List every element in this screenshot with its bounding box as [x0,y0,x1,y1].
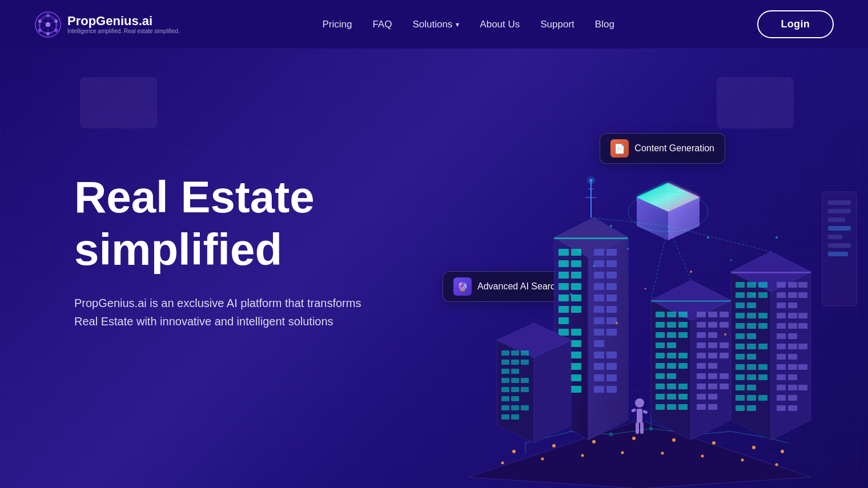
svg-rect-142 [678,404,688,410]
svg-rect-87 [606,272,617,279]
navbar: PropGenius.ai Intelligence amplified. Re… [0,0,868,49]
svg-rect-201 [758,292,767,298]
svg-rect-136 [678,384,688,389]
svg-rect-222 [758,374,767,380]
svg-rect-94 [594,317,604,324]
svg-rect-59 [558,260,569,267]
svg-rect-241 [777,323,786,329]
svg-rect-253 [798,364,807,370]
svg-rect-173 [511,350,519,356]
svg-rect-229 [747,405,756,411]
svg-point-291 [610,225,612,227]
svg-rect-83 [606,249,617,256]
svg-rect-252 [788,364,797,370]
svg-rect-250 [788,354,797,360]
svg-rect-82 [594,249,604,256]
nav-faq[interactable]: FAQ [372,19,392,30]
svg-rect-224 [747,385,756,390]
svg-point-44 [752,446,756,449]
decorative-rect-topleft [80,77,157,128]
nav-about[interactable]: About Us [480,19,520,30]
svg-point-38 [512,450,516,453]
svg-point-53 [775,463,778,466]
svg-point-41 [632,437,636,440]
svg-rect-279 [642,410,648,414]
svg-rect-289 [828,243,851,248]
nav-links: Pricing FAQ Solutions ▾ About Us Support… [322,19,614,30]
svg-rect-88 [594,283,604,290]
svg-point-299 [616,322,618,324]
svg-rect-186 [501,396,509,401]
svg-rect-192 [511,414,519,420]
svg-rect-184 [511,387,519,392]
svg-rect-124 [656,342,665,348]
svg-rect-227 [758,395,767,401]
svg-rect-282 [731,272,811,273]
svg-rect-221 [747,374,756,380]
svg-rect-196 [736,282,745,288]
nav-pricing[interactable]: Pricing [322,19,352,30]
svg-rect-287 [828,226,851,231]
svg-rect-77 [571,363,581,370]
svg-rect-242 [788,323,797,329]
svg-rect-225 [736,395,745,401]
svg-point-50 [661,452,664,455]
svg-rect-187 [511,396,519,401]
svg-rect-209 [758,323,767,329]
svg-rect-175 [501,360,509,365]
svg-rect-97 [606,329,617,336]
svg-rect-259 [777,395,786,401]
svg-rect-151 [697,342,706,348]
svg-rect-128 [678,353,688,358]
svg-rect-61 [558,272,569,279]
svg-rect-217 [736,364,745,370]
svg-rect-79 [571,374,581,381]
svg-rect-145 [720,312,729,317]
svg-rect-174 [521,350,529,356]
svg-rect-58 [571,249,581,256]
svg-rect-156 [720,353,729,358]
svg-rect-262 [788,405,797,411]
svg-point-292 [628,248,629,250]
svg-rect-172 [501,350,509,356]
login-button[interactable]: Login [757,10,834,38]
nav-solutions[interactable]: Solutions ▾ [412,19,459,30]
svg-rect-85 [606,260,617,267]
svg-rect-256 [777,385,786,390]
svg-point-39 [552,444,556,447]
svg-rect-89 [606,283,617,290]
svg-rect-121 [656,332,665,338]
svg-rect-178 [501,369,509,374]
svg-rect-197 [747,282,756,288]
svg-rect-66 [571,295,581,301]
svg-rect-140 [656,404,665,410]
svg-rect-84 [594,260,604,267]
svg-rect-150 [708,332,717,338]
nav-support[interactable]: Support [540,19,574,30]
svg-rect-90 [594,295,604,301]
svg-rect-91 [606,295,617,301]
svg-rect-126 [656,353,665,358]
svg-rect-164 [720,384,729,389]
nav-blog[interactable]: Blog [595,19,614,30]
svg-rect-208 [747,323,756,329]
svg-rect-244 [777,333,786,339]
svg-point-40 [592,440,596,443]
svg-rect-234 [788,292,797,298]
svg-rect-276 [636,422,639,434]
svg-rect-129 [656,363,665,369]
svg-line-17 [48,25,56,30]
svg-rect-248 [798,344,807,349]
logo[interactable]: PropGenius.ai Intelligence amplified. Re… [34,11,180,38]
svg-rect-189 [511,405,519,410]
svg-point-52 [741,459,744,462]
city-svg [411,123,868,488]
svg-marker-55 [588,237,628,440]
svg-rect-64 [571,283,581,290]
svg-rect-81 [571,386,581,393]
svg-point-302 [690,271,692,273]
svg-rect-96 [594,329,604,336]
svg-point-42 [672,438,676,442]
svg-rect-277 [640,422,644,434]
svg-rect-280 [554,237,628,239]
